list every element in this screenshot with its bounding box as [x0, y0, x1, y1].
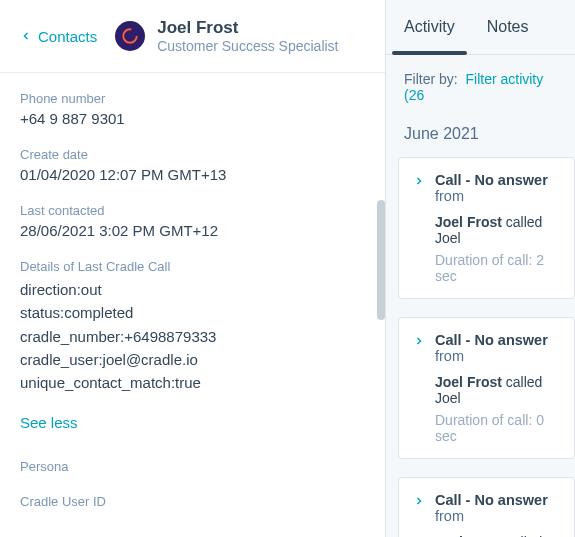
- activity-card-title: Call - No answer from: [435, 492, 560, 524]
- activity-card-duration: Duration of call: 0 sec: [435, 412, 560, 444]
- chevron-right-icon: [413, 335, 425, 347]
- activity-card-caller: Joel Frost called Joel: [435, 214, 560, 246]
- activity-card-duration: Duration of call: 2 sec: [435, 252, 560, 284]
- last-cradle-call-label: Details of Last Cradle Call: [20, 259, 365, 274]
- timeline-month: June 2021: [386, 119, 575, 157]
- phone-value[interactable]: +64 9 887 9301: [20, 110, 365, 127]
- last-cradle-call-line: cradle_user:joel@cradle.io: [20, 348, 365, 371]
- cradle-user-id-label: Cradle User ID: [20, 494, 365, 509]
- last-contacted-label: Last contacted: [20, 203, 365, 218]
- avatar: [115, 21, 145, 51]
- activity-card-caller: Joel Frost called Joel: [435, 374, 560, 406]
- contact-fields: Phone number +64 9 887 9301 Create date …: [0, 73, 385, 533]
- filter-row: Filter by: Filter activity (26: [386, 55, 575, 119]
- filter-label: Filter by:: [404, 71, 458, 87]
- last-cradle-call-line: cradle_number:+6498879333: [20, 325, 365, 348]
- back-to-contacts[interactable]: Contacts: [20, 28, 97, 45]
- last-contacted-value: 28/06/2021 3:02 PM GMT+12: [20, 222, 365, 239]
- chevron-right-icon: [413, 495, 425, 507]
- tab-activity[interactable]: Activity: [404, 18, 455, 54]
- cradle-logo-icon: [121, 27, 139, 45]
- phone-label: Phone number: [20, 91, 365, 106]
- scrollbar-thumb[interactable]: [377, 200, 385, 320]
- contact-title: Customer Success Specialist: [157, 38, 338, 54]
- see-less-toggle[interactable]: See less: [20, 414, 365, 431]
- last-cradle-call-line: status:completed: [20, 301, 365, 324]
- create-date-value: 01/04/2020 12:07 PM GMT+13: [20, 166, 365, 183]
- activity-card-title: Call - No answer from: [435, 332, 560, 364]
- activity-card-title: Call - No answer from: [435, 172, 560, 204]
- persona-label: Persona: [20, 459, 365, 474]
- left-pane-scrollbar[interactable]: [377, 200, 385, 320]
- chevron-right-icon: [413, 175, 425, 187]
- back-label: Contacts: [38, 28, 97, 45]
- tab-notes[interactable]: Notes: [487, 18, 529, 54]
- activity-card[interactable]: Call - No answer from Joel Frost called …: [398, 477, 575, 537]
- activity-card[interactable]: Call - No answer from Joel Frost called …: [398, 317, 575, 459]
- activity-card[interactable]: Call - No answer from Joel Frost called …: [398, 157, 575, 299]
- create-date-label: Create date: [20, 147, 365, 162]
- last-cradle-call-line: direction:out: [20, 278, 365, 301]
- last-cradle-call-line: unique_contact_match:true: [20, 371, 365, 394]
- svg-point-0: [123, 29, 137, 43]
- last-cradle-call-value: direction:outstatus:completedcradle_numb…: [20, 278, 365, 394]
- contact-name: Joel Frost: [157, 18, 338, 38]
- chevron-left-icon: [20, 30, 32, 42]
- tabs: Activity Notes: [386, 0, 575, 55]
